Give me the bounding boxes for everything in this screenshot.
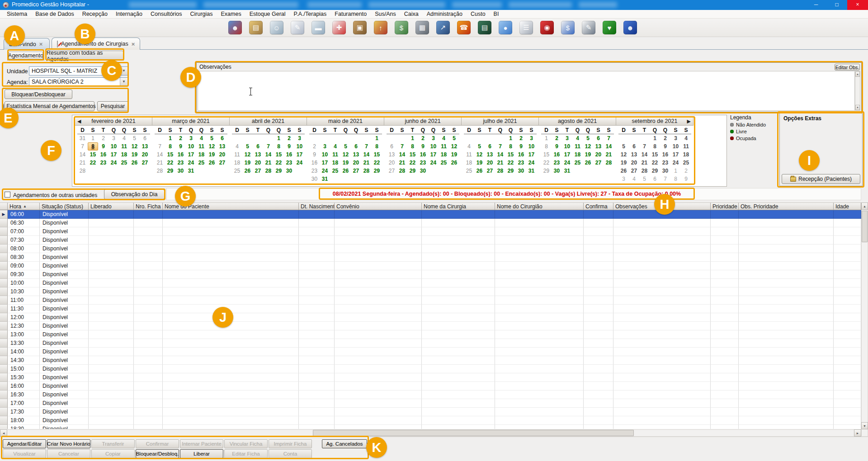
- horizontal-scroll-thumb[interactable]: [313, 430, 634, 436]
- row-selector-cell[interactable]: [0, 313, 8, 322]
- menu-item-cirurgias[interactable]: Cirurgias: [186, 10, 217, 19]
- signature-document-icon[interactable]: ✎: [582, 21, 595, 34]
- table-row[interactable]: 15:30Disponível: [0, 373, 861, 382]
- patient-records-folder-icon[interactable]: ▤: [249, 21, 263, 34]
- menu-item-bi[interactable]: BI: [490, 10, 503, 19]
- medical-record-icon[interactable]: ✎: [291, 21, 304, 34]
- billing-search-icon[interactable]: $: [561, 21, 575, 34]
- safe-icon[interactable]: ▦: [415, 21, 429, 34]
- column-header-confirma[interactable]: Confirma: [584, 202, 613, 210]
- table-row[interactable]: 07:30Disponível: [0, 236, 861, 245]
- menu-item-estoque-geral[interactable]: Estoque Geral: [245, 10, 290, 19]
- pharmacy-stock-icon[interactable]: ▣: [353, 21, 367, 34]
- menu-item-exames[interactable]: Exames: [217, 10, 245, 19]
- menu-item-custo[interactable]: Custo: [467, 10, 490, 19]
- report-form-icon[interactable]: ☰: [519, 21, 533, 34]
- table-row[interactable]: 07:00Disponível: [0, 227, 861, 236]
- table-row[interactable]: 09:00Disponível: [0, 262, 861, 270]
- row-selector-cell[interactable]: [0, 262, 8, 270]
- table-row[interactable]: 15:00Disponível: [0, 365, 861, 373]
- table-row[interactable]: 16:00Disponível: [0, 382, 861, 390]
- row-selector-cell[interactable]: [0, 399, 8, 408]
- table-row[interactable]: 18:30Disponível: [0, 425, 861, 429]
- table-row[interactable]: 11:00Disponível: [0, 296, 861, 305]
- row-selector-cell[interactable]: [0, 322, 8, 330]
- column-header-liberado[interactable]: Liberado: [89, 202, 134, 210]
- row-selector-cell[interactable]: [0, 287, 8, 296]
- hospital-bed-icon[interactable]: ▬: [311, 21, 325, 34]
- patients-group-icon[interactable]: ☻: [228, 21, 242, 34]
- maximize-button[interactable]: □: [826, 0, 847, 10]
- row-selector-cell[interactable]: [0, 245, 8, 253]
- tab-close-icon[interactable]: ×: [39, 41, 43, 47]
- table-row[interactable]: 18:00Disponível: [0, 416, 861, 425]
- column-header-dt-nascimento[interactable]: Dt. Nascimento: [299, 202, 335, 210]
- menu-item-administra-o[interactable]: Administração: [423, 10, 467, 19]
- table-row[interactable]: 13:30Disponível: [0, 339, 861, 348]
- row-selector-cell[interactable]: [0, 373, 8, 382]
- table-row[interactable]: 10:30Disponível: [0, 287, 861, 296]
- menu-item-base-de-dados[interactable]: Base de Dados: [31, 10, 78, 19]
- minimize-button[interactable]: ─: [806, 0, 826, 10]
- column-header-idade[interactable]: Idade: [834, 202, 861, 210]
- table-row[interactable]: 17:00Disponível: [0, 399, 861, 408]
- address-book-icon[interactable]: ▤: [478, 21, 491, 34]
- vertical-scroll-thumb[interactable]: [862, 211, 868, 242]
- column-header-nome-da-cirurgia[interactable]: Nome da Cirurgia: [422, 202, 495, 210]
- table-row[interactable]: 13:00Disponível: [0, 330, 861, 339]
- menu-item-p-a-terapias[interactable]: P.A./Terapias: [290, 10, 331, 19]
- scroll-up-icon[interactable]: ▲: [861, 202, 868, 210]
- close-button[interactable]: ×: [847, 0, 868, 10]
- column-header-prioridade[interactable]: Prioridade: [711, 202, 739, 210]
- patient-journal-icon[interactable]: ☻: [623, 21, 637, 34]
- medical-journal-icon[interactable]: ♥: [603, 21, 616, 34]
- table-row[interactable]: 08:00Disponível: [0, 245, 861, 253]
- row-selector-cell[interactable]: [0, 296, 8, 305]
- row-selector-cell[interactable]: [0, 236, 8, 245]
- menu-item-sistema[interactable]: Sistema: [3, 10, 31, 19]
- cash-flow-icon[interactable]: ↑: [374, 21, 387, 34]
- tab-close-icon[interactable]: ×: [132, 41, 135, 47]
- table-row[interactable]: 16:30Disponível: [0, 390, 861, 399]
- row-selector-cell[interactable]: [0, 365, 8, 373]
- chat-icon[interactable]: ●: [499, 21, 512, 34]
- ambulance-icon[interactable]: ✚: [332, 21, 346, 34]
- table-row[interactable]: 12:30Disponível: [0, 322, 861, 330]
- row-selector-cell[interactable]: [0, 390, 8, 399]
- column-header-nome-do-cirurgi-o[interactable]: Nome do Cirurgião: [495, 202, 584, 210]
- menu-item-caixa[interactable]: Caixa: [400, 10, 423, 19]
- table-row[interactable]: 09:30Disponível: [0, 270, 861, 279]
- table-row[interactable]: 08:30Disponível: [0, 253, 861, 262]
- row-selector-cell[interactable]: [0, 219, 8, 227]
- column-header-situa-o-status-[interactable]: Situação (Status): [40, 202, 89, 210]
- scroll-right-icon[interactable]: ►: [854, 429, 861, 437]
- menu-item-interna-o[interactable]: Internação: [112, 10, 146, 19]
- row-selector-cell[interactable]: [0, 339, 8, 348]
- doctor-icon[interactable]: ☺: [270, 21, 283, 34]
- money-chart-icon[interactable]: $: [395, 21, 408, 34]
- phone-directory-icon[interactable]: ☎: [457, 21, 471, 34]
- tab-agendamento-de-cirurgias[interactable]: Agendamento de Cirurgias×: [52, 38, 140, 50]
- shutdown-icon[interactable]: ◉: [540, 21, 554, 34]
- menu-item-sus-ans[interactable]: Sus/Ans: [371, 10, 400, 19]
- table-row[interactable]: 14:30Disponível: [0, 356, 861, 365]
- table-row[interactable]: 10:00Disponível: [0, 279, 861, 287]
- row-selector-cell[interactable]: [0, 270, 8, 279]
- table-row[interactable]: 12:00Disponível: [0, 313, 861, 322]
- menu-item-faturamento[interactable]: Faturamento: [330, 10, 371, 19]
- row-selector-cell[interactable]: [0, 408, 8, 416]
- column-header-nro-ficha[interactable]: Nro. Ficha: [134, 202, 163, 210]
- row-selector-cell[interactable]: [0, 253, 8, 262]
- table-row[interactable]: 14:00Disponível: [0, 348, 861, 356]
- row-selector-cell[interactable]: [0, 227, 8, 236]
- table-row[interactable]: 17:30Disponível: [0, 408, 861, 416]
- menu-item-recep-o[interactable]: Recepção: [78, 10, 112, 19]
- scroll-down-icon[interactable]: ▼: [861, 422, 868, 429]
- row-selector-cell[interactable]: [0, 305, 8, 313]
- row-selector-cell[interactable]: [0, 356, 8, 365]
- row-selector-cell[interactable]: ▶: [0, 210, 8, 219]
- finance-chart-icon[interactable]: ↗: [436, 21, 450, 34]
- column-header-conv-nio[interactable]: Convênio: [335, 202, 422, 210]
- row-selector-cell[interactable]: [0, 425, 8, 429]
- table-row[interactable]: 11:30Disponível: [0, 305, 861, 313]
